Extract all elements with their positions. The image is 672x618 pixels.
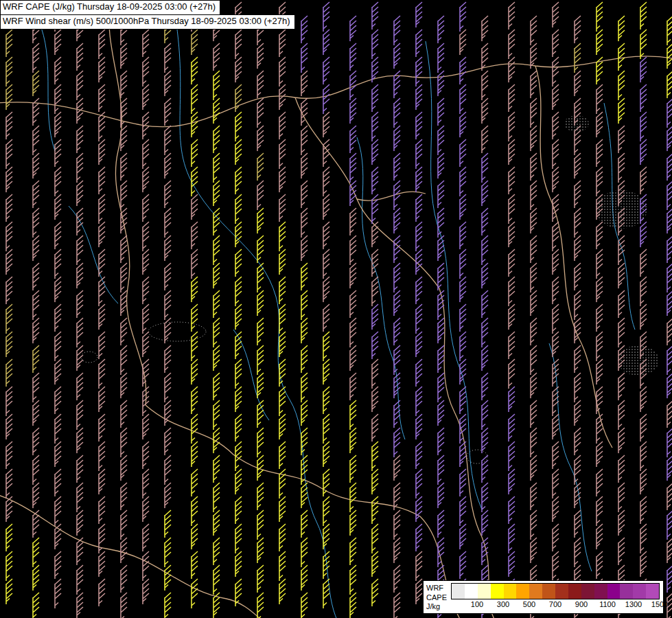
legend-swatch: [465, 584, 478, 599]
legend-swatch: [452, 584, 465, 599]
legend-tick-label: 700: [549, 600, 561, 608]
title-line-cape: WRF CAPE (J/kg) Thursday 18-09-2025 03:0…: [0, 0, 220, 15]
legend-swatch: [607, 584, 621, 599]
legend-title-param: CAPE: [426, 593, 447, 603]
legend-swatch: [491, 584, 504, 599]
legend-swatch: [633, 584, 646, 599]
legend-tick-label: 300: [497, 600, 509, 608]
legend-tick-label: 100: [471, 600, 483, 608]
legend-swatch: [542, 584, 555, 599]
legend-tick-label: 1500: [651, 600, 668, 608]
map-canvas: [0, 0, 672, 618]
legend-tick-label: 500: [523, 600, 535, 608]
legend-swatch: [568, 584, 581, 599]
legend-tick-label: 900: [575, 600, 588, 608]
legend-swatch: [646, 584, 659, 599]
legend-title-model: WRF: [426, 584, 447, 593]
legend-tick-labels: 100300500700900110013001500: [451, 600, 660, 610]
legend-swatch: [516, 584, 529, 599]
legend-color-scale: [451, 583, 660, 599]
title-line-windshear: WRF Wind shear (m/s) 500/1000hPa Thursda…: [0, 14, 295, 30]
legend-tick-label: 1100: [599, 600, 616, 608]
legend-title-unit: J/kg: [426, 602, 447, 612]
legend-title: WRF CAPE J/kg: [426, 583, 447, 612]
legend-swatch: [478, 584, 491, 599]
legend-scale: 100300500700900110013001500: [451, 583, 660, 612]
legend-swatch: [555, 584, 568, 599]
weather-map: WRF CAPE (J/kg) Thursday 18-09-2025 03:0…: [0, 0, 672, 618]
legend-swatch: [620, 584, 633, 599]
legend-swatch: [581, 584, 594, 599]
legend-swatch: [504, 584, 517, 599]
legend-tick-label: 1300: [625, 600, 642, 608]
legend-swatch: [594, 584, 607, 599]
speckled-area: [595, 190, 647, 229]
cape-legend: WRF CAPE J/kg 10030050070090011001300150…: [423, 580, 664, 614]
legend-swatch: [529, 584, 542, 599]
map-title-overlay: WRF CAPE (J/kg) Thursday 18-09-2025 03:0…: [0, 0, 295, 30]
